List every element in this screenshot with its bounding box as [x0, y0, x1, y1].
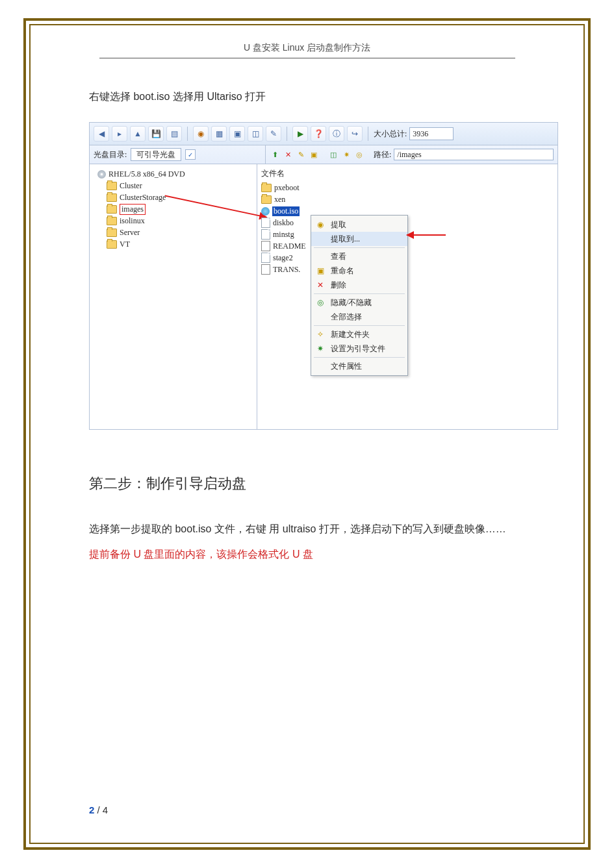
- bookable-field[interactable]: 可引导光盘: [131, 148, 181, 161]
- file-label: stage2: [273, 253, 293, 263]
- view-large-icon[interactable]: ◫: [328, 149, 339, 160]
- toolbar-sep: [187, 127, 188, 141]
- nav-fwd-icon[interactable]: ▸: [112, 126, 127, 142]
- file-label: diskbo: [273, 218, 294, 228]
- save-icon[interactable]: 💾: [148, 126, 164, 142]
- tree-root-label: RHEL/5.8 x86_64 DVD: [109, 169, 185, 179]
- folder-icon: [107, 182, 117, 190]
- nav-up-icon[interactable]: ▲: [130, 126, 146, 142]
- folder-icon: [107, 193, 117, 202]
- path-label: 路径:: [374, 149, 391, 160]
- menu-new-folder[interactable]: ✧新建文件夹: [311, 327, 407, 341]
- menu-label: 全部选择: [331, 312, 362, 323]
- exit-icon[interactable]: ↪: [347, 126, 363, 142]
- text-file-icon: [261, 264, 270, 275]
- menu-delete[interactable]: ✕删除: [311, 278, 407, 292]
- page-total: 4: [103, 804, 108, 815]
- sub-toolbar: 光盘目录: 可引导光盘 ✓ ⬆ ✕ ✎ ▣ ◫ ✷ ◎: [90, 145, 557, 164]
- remove-icon[interactable]: ◫: [248, 126, 263, 142]
- menu-label: 新建文件夹: [331, 329, 370, 340]
- newdoc-icon[interactable]: ✎: [296, 149, 306, 160]
- bookable-check[interactable]: ✓: [185, 149, 196, 160]
- tree-item[interactable]: Server: [94, 227, 253, 238]
- view-detail-icon[interactable]: ✷: [341, 149, 352, 160]
- nav-back-icon[interactable]: ◀: [94, 126, 109, 142]
- menu-hide[interactable]: ◎隐藏/不隐藏: [311, 295, 407, 310]
- menu-view[interactable]: 查看: [311, 249, 407, 264]
- file-label: minstg: [273, 230, 294, 240]
- tree-label: ClusterStorage: [120, 193, 166, 203]
- header-rule: [99, 58, 515, 58]
- set-boot-icon: ✷: [315, 343, 326, 354]
- view-list-icon[interactable]: ◎: [354, 149, 365, 160]
- page-sep: /: [94, 804, 103, 815]
- newfolder-icon[interactable]: ✎: [266, 126, 281, 142]
- menu-properties[interactable]: 文件属性: [311, 359, 407, 373]
- up-icon[interactable]: ⬆: [270, 149, 280, 160]
- saveas-icon[interactable]: ▤: [166, 126, 182, 142]
- view-icon: [315, 251, 326, 262]
- step2-warning: 提前备份 U 盘里面的内容，该操作会格式化 U 盘: [89, 548, 538, 562]
- toolbar-sep: [368, 127, 368, 141]
- tree-label: Cluster: [120, 181, 142, 191]
- file-icon: [261, 217, 270, 228]
- tree-item[interactable]: Cluster: [94, 180, 253, 192]
- delete-x-icon[interactable]: ✕: [283, 149, 293, 160]
- add-file-icon[interactable]: ▦: [211, 126, 227, 142]
- file-label: TRANS.: [273, 265, 300, 275]
- select-all-icon: [315, 312, 326, 322]
- step2-body: 选择第一步提取的 boot.iso 文件，右键 用 ultraiso 打开，选择…: [89, 515, 538, 543]
- file-label: README: [273, 242, 306, 251]
- disc-icon: [97, 170, 106, 179]
- extract-icon[interactable]: ◉: [193, 126, 209, 142]
- annotation-arrow: [407, 234, 446, 236]
- text-file-icon: [261, 241, 270, 251]
- folder-icon: [107, 217, 117, 225]
- page-header: U 盘安装 Linux 启动盘制作方法: [99, 42, 515, 58]
- file-row[interactable]: xen: [261, 193, 554, 205]
- menu-select-all[interactable]: 全部选择: [311, 310, 407, 324]
- folder-icon: [261, 184, 272, 192]
- folder-icon: [107, 240, 117, 249]
- file-icon: [261, 229, 270, 240]
- step2-heading: 第二步：制作引导启动盘: [89, 474, 538, 493]
- menu-label: 文件属性: [331, 361, 362, 372]
- file-row[interactable]: pxeboot: [261, 182, 554, 193]
- menu-separator: [314, 293, 405, 294]
- context-menu: ◉提取 提取到... 查看 ▣重命名 ✕删除 ◎隐藏/不隐藏 全部选择 ✧: [311, 215, 408, 376]
- menu-label: 隐藏/不隐藏: [331, 297, 372, 308]
- add-folder-icon[interactable]: ▣: [229, 126, 245, 142]
- file-label: boot.iso: [272, 206, 300, 216]
- menu-extract[interactable]: ◉提取: [311, 217, 407, 232]
- column-header-name[interactable]: 文件名: [261, 168, 554, 179]
- intro-paragraph: 右键选择 boot.iso 选择用 Ultariso 打开: [89, 90, 538, 104]
- go-icon[interactable]: ▶: [292, 126, 308, 142]
- toolbar: ◀ ▸ ▲ 💾 ▤ ◉ ▦ ▣ ◫ ✎ ▶ ❓ ⓘ: [90, 123, 557, 145]
- header-title: U 盘安装 Linux 启动盘制作方法: [244, 42, 370, 53]
- menu-set-boot[interactable]: ✷设置为引导文件: [311, 341, 407, 356]
- menu-extract-to[interactable]: 提取到...: [311, 232, 407, 246]
- size-total-field[interactable]: 3936: [409, 127, 454, 140]
- file-pane: 文件名 pxeboot xen boot.iso diskbo minstg R…: [257, 164, 557, 429]
- delete-icon: ✕: [315, 280, 326, 290]
- rename-icon: ▣: [315, 266, 326, 276]
- tree-label: isolinux: [120, 216, 145, 226]
- menu-label: 提取: [331, 219, 346, 230]
- help-icon[interactable]: ❓: [311, 126, 326, 142]
- folder-icon: [107, 229, 117, 237]
- menu-label: 重命名: [331, 266, 354, 277]
- info-icon[interactable]: ⓘ: [329, 126, 344, 142]
- tree-label: Server: [120, 228, 140, 238]
- folder-icon: [261, 195, 272, 204]
- size-total-label: 大小总计:: [374, 129, 407, 140]
- ultraiso-screenshot: ◀ ▸ ▲ 💾 ▤ ◉ ▦ ▣ ◫ ✎ ▶ ❓ ⓘ: [89, 122, 558, 430]
- newfold-icon[interactable]: ▣: [309, 149, 319, 160]
- tree-root[interactable]: RHEL/5.8 x86_64 DVD: [94, 168, 253, 180]
- tree-item[interactable]: VT: [94, 238, 253, 250]
- menu-label: 删除: [331, 280, 346, 291]
- menu-rename[interactable]: ▣重命名: [311, 264, 407, 278]
- tree-item[interactable]: isolinux: [94, 215, 253, 227]
- path-field[interactable]: /images: [394, 149, 554, 160]
- page-footer: 2 / 4: [89, 804, 108, 815]
- menu-separator: [314, 357, 405, 358]
